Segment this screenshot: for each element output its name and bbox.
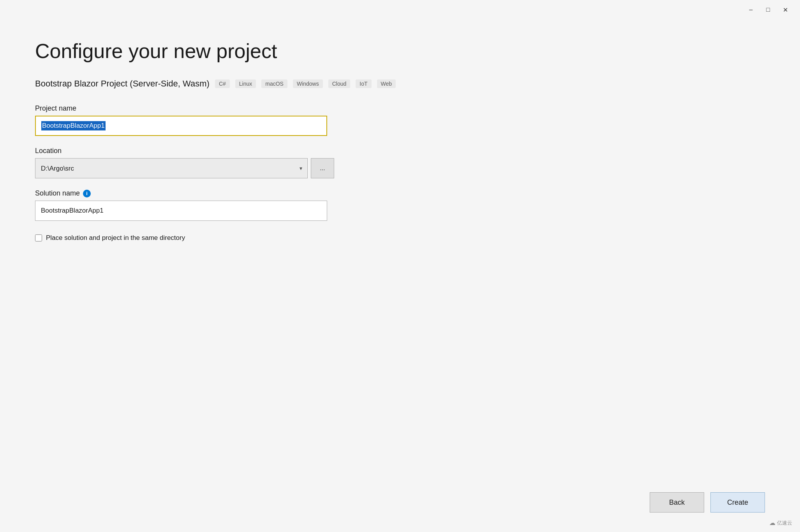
project-name-input-wrapper[interactable]: BootstrapBlazorApp1 xyxy=(35,116,327,136)
tag-web: Web xyxy=(377,79,396,88)
solution-name-label: Solution name i xyxy=(35,189,765,197)
tag-cloud: Cloud xyxy=(328,79,351,88)
browse-button[interactable]: ... xyxy=(311,158,334,178)
maximize-button[interactable]: □ xyxy=(761,4,775,15)
tag-macos: macOS xyxy=(261,79,287,88)
location-row: D:\Argo\src ▾ ... xyxy=(35,158,765,178)
same-directory-checkbox[interactable] xyxy=(35,234,42,241)
project-name-selected-text: BootstrapBlazorApp1 xyxy=(41,121,106,130)
project-name-group: Project name BootstrapBlazorApp1 xyxy=(35,104,765,136)
watermark-text: 亿速云 xyxy=(777,520,792,527)
watermark: ☁ 亿速云 xyxy=(769,519,792,527)
page-title: Configure your new project xyxy=(35,39,765,63)
location-label: Location xyxy=(35,147,765,155)
tag-linux: Linux xyxy=(235,79,256,88)
minimize-button[interactable]: – xyxy=(744,4,758,15)
same-directory-checkbox-row: Place solution and project in the same d… xyxy=(35,234,765,242)
page-content: Configure your new project Bootstrap Bla… xyxy=(0,19,800,532)
tag-windows: Windows xyxy=(293,79,323,88)
location-select-wrapper: D:\Argo\src ▾ xyxy=(35,158,308,178)
window-controls: – □ ✕ xyxy=(744,4,792,15)
title-bar: – □ ✕ xyxy=(0,0,800,19)
form-section: Project name BootstrapBlazorApp1 Locatio… xyxy=(35,104,765,242)
solution-name-input[interactable] xyxy=(35,201,327,221)
location-group: Location D:\Argo\src ▾ ... xyxy=(35,147,765,178)
project-name-label: Project name xyxy=(35,104,765,113)
create-button[interactable]: Create xyxy=(710,492,765,513)
back-button[interactable]: Back xyxy=(650,492,704,513)
tag-csharp: C# xyxy=(215,79,230,88)
main-window: – □ ✕ Configure your new project Bootstr… xyxy=(0,0,800,532)
solution-name-group: Solution name i xyxy=(35,189,765,221)
project-type-name: Bootstrap Blazor Project (Server-Side, W… xyxy=(35,79,210,89)
project-type-row: Bootstrap Blazor Project (Server-Side, W… xyxy=(35,79,765,89)
watermark-icon: ☁ xyxy=(769,519,775,527)
info-icon[interactable]: i xyxy=(83,190,91,197)
tag-iot: IoT xyxy=(356,79,371,88)
footer-buttons: Back Create xyxy=(650,492,765,513)
location-select[interactable]: D:\Argo\src xyxy=(35,158,308,178)
close-button[interactable]: ✕ xyxy=(778,4,792,15)
same-directory-label[interactable]: Place solution and project in the same d… xyxy=(46,234,185,242)
